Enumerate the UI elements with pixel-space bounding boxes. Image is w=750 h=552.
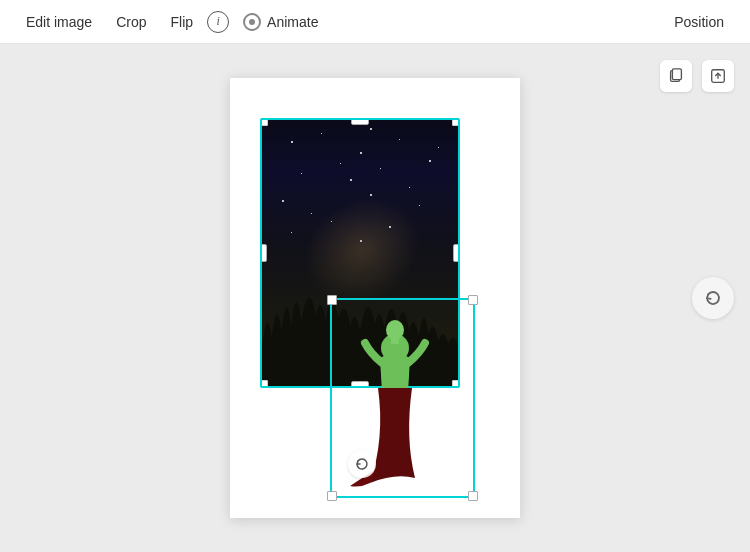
fig-handle-bottom-left[interactable] bbox=[327, 491, 337, 501]
export-button[interactable] bbox=[702, 60, 734, 92]
crop-handle-bottom-left[interactable] bbox=[260, 380, 268, 388]
edit-image-button[interactable]: Edit image bbox=[16, 8, 102, 36]
crop-handle-top-center[interactable] bbox=[351, 118, 369, 125]
toolbar: Edit image Crop Flip i Animate Position bbox=[0, 0, 750, 44]
crop-handle-top-right[interactable] bbox=[452, 118, 460, 126]
fig-handle-bottom-right[interactable] bbox=[468, 491, 478, 501]
flip-button[interactable]: Flip bbox=[161, 8, 204, 36]
svg-point-5 bbox=[386, 320, 404, 340]
crop-handle-top-left[interactable] bbox=[260, 118, 268, 126]
export-icon bbox=[709, 67, 727, 85]
svg-rect-6 bbox=[391, 338, 399, 344]
reset-button[interactable] bbox=[692, 277, 734, 319]
svg-rect-1 bbox=[672, 69, 681, 80]
canvas-page bbox=[230, 78, 520, 518]
fig-handle-top-right[interactable] bbox=[468, 295, 478, 305]
duplicate-icon bbox=[667, 67, 685, 85]
animate-icon bbox=[243, 13, 261, 31]
figure-rotate-button[interactable] bbox=[348, 450, 376, 478]
crop-handle-mid-left[interactable] bbox=[260, 244, 267, 262]
duplicate-button[interactable] bbox=[660, 60, 692, 92]
animate-button[interactable]: Animate bbox=[233, 7, 328, 37]
canvas-top-controls bbox=[660, 60, 734, 92]
reset-icon bbox=[703, 288, 723, 308]
canvas-area bbox=[0, 44, 750, 552]
animate-label: Animate bbox=[267, 14, 318, 30]
info-icon[interactable]: i bbox=[207, 11, 229, 33]
position-button[interactable]: Position bbox=[664, 8, 734, 36]
crop-button[interactable]: Crop bbox=[106, 8, 156, 36]
fig-handle-top-left[interactable] bbox=[327, 295, 337, 305]
crop-handle-mid-right[interactable] bbox=[453, 244, 460, 262]
